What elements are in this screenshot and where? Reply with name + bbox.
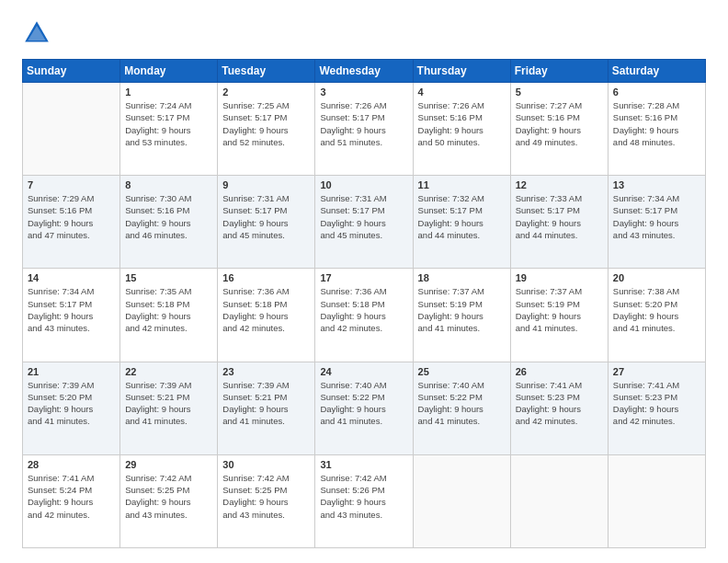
day-number: 12 — [516, 179, 603, 190]
calendar-cell: 22Sunrise: 7:39 AM Sunset: 5:21 PM Dayli… — [120, 362, 218, 454]
calendar-cell: 2Sunrise: 7:25 AM Sunset: 5:17 PM Daylig… — [218, 83, 315, 176]
day-info: Sunrise: 7:26 AM Sunset: 5:17 PM Dayligh… — [320, 99, 407, 148]
day-number: 29 — [125, 459, 212, 470]
calendar-cell: 26Sunrise: 7:41 AM Sunset: 5:23 PM Dayli… — [510, 362, 608, 454]
calendar-cell: 18Sunrise: 7:37 AM Sunset: 5:19 PM Dayli… — [413, 269, 510, 362]
calendar-cell — [510, 454, 608, 547]
calendar-cell: 27Sunrise: 7:41 AM Sunset: 5:23 PM Dayli… — [608, 362, 705, 454]
day-info: Sunrise: 7:32 AM Sunset: 5:17 PM Dayligh… — [418, 192, 506, 241]
calendar-header-thursday: Thursday — [413, 60, 510, 83]
calendar-cell — [608, 454, 705, 547]
calendar-week-3: 14Sunrise: 7:34 AM Sunset: 5:17 PM Dayli… — [23, 269, 706, 362]
day-info: Sunrise: 7:41 AM Sunset: 5:23 PM Dayligh… — [613, 379, 700, 428]
day-info: Sunrise: 7:26 AM Sunset: 5:16 PM Dayligh… — [418, 99, 506, 148]
day-number: 2 — [222, 86, 310, 98]
calendar-cell: 13Sunrise: 7:34 AM Sunset: 5:17 PM Dayli… — [608, 176, 705, 269]
day-number: 22 — [125, 366, 212, 377]
calendar-cell: 17Sunrise: 7:36 AM Sunset: 5:18 PM Dayli… — [315, 269, 413, 362]
day-number: 13 — [613, 179, 700, 190]
day-number: 27 — [613, 366, 700, 377]
day-number: 8 — [125, 179, 212, 190]
calendar-cell — [413, 454, 510, 547]
day-number: 26 — [516, 366, 603, 377]
day-info: Sunrise: 7:34 AM Sunset: 5:17 PM Dayligh… — [613, 192, 700, 241]
calendar-cell: 9Sunrise: 7:31 AM Sunset: 5:17 PM Daylig… — [218, 176, 315, 269]
day-info: Sunrise: 7:25 AM Sunset: 5:17 PM Dayligh… — [222, 99, 310, 148]
day-info: Sunrise: 7:41 AM Sunset: 5:24 PM Dayligh… — [28, 472, 115, 521]
day-info: Sunrise: 7:35 AM Sunset: 5:18 PM Dayligh… — [125, 285, 212, 334]
day-number: 20 — [613, 272, 700, 283]
calendar-cell: 15Sunrise: 7:35 AM Sunset: 5:18 PM Dayli… — [120, 269, 218, 362]
calendar-cell: 1Sunrise: 7:24 AM Sunset: 5:17 PM Daylig… — [120, 83, 218, 176]
day-number: 25 — [418, 366, 506, 377]
day-number: 14 — [28, 272, 115, 283]
calendar-cell: 21Sunrise: 7:39 AM Sunset: 5:20 PM Dayli… — [23, 362, 120, 454]
calendar-cell: 25Sunrise: 7:40 AM Sunset: 5:22 PM Dayli… — [413, 362, 510, 454]
calendar-header-monday: Monday — [120, 60, 218, 83]
calendar-cell: 23Sunrise: 7:39 AM Sunset: 5:21 PM Dayli… — [218, 362, 315, 454]
day-number: 1 — [125, 86, 212, 98]
day-info: Sunrise: 7:36 AM Sunset: 5:18 PM Dayligh… — [320, 285, 407, 334]
calendar-cell: 31Sunrise: 7:42 AM Sunset: 5:26 PM Dayli… — [315, 454, 413, 547]
calendar-cell: 7Sunrise: 7:29 AM Sunset: 5:16 PM Daylig… — [23, 176, 120, 269]
day-info: Sunrise: 7:39 AM Sunset: 5:20 PM Dayligh… — [28, 379, 115, 428]
calendar-header-sunday: Sunday — [23, 60, 120, 83]
day-info: Sunrise: 7:36 AM Sunset: 5:18 PM Dayligh… — [222, 285, 310, 334]
day-number: 15 — [125, 272, 212, 283]
calendar-week-4: 21Sunrise: 7:39 AM Sunset: 5:20 PM Dayli… — [23, 362, 706, 454]
day-number: 28 — [28, 459, 115, 470]
day-info: Sunrise: 7:27 AM Sunset: 5:16 PM Dayligh… — [516, 99, 603, 148]
calendar-header-row: SundayMondayTuesdayWednesdayThursdayFrid… — [23, 60, 706, 83]
day-info: Sunrise: 7:40 AM Sunset: 5:22 PM Dayligh… — [418, 379, 506, 428]
calendar-cell: 4Sunrise: 7:26 AM Sunset: 5:16 PM Daylig… — [413, 83, 510, 176]
day-number: 6 — [613, 86, 700, 98]
day-number: 23 — [222, 366, 310, 377]
header — [22, 18, 706, 48]
day-info: Sunrise: 7:37 AM Sunset: 5:19 PM Dayligh… — [418, 285, 506, 334]
day-number: 18 — [418, 272, 506, 283]
day-number: 11 — [418, 179, 506, 190]
day-number: 30 — [222, 459, 310, 470]
day-number: 24 — [320, 366, 407, 377]
day-number: 4 — [418, 86, 506, 98]
day-number: 10 — [320, 179, 407, 190]
day-number: 16 — [222, 272, 310, 283]
day-number: 9 — [222, 179, 310, 190]
calendar-cell: 30Sunrise: 7:42 AM Sunset: 5:25 PM Dayli… — [218, 454, 315, 547]
calendar-header-saturday: Saturday — [608, 60, 705, 83]
calendar-cell: 29Sunrise: 7:42 AM Sunset: 5:25 PM Dayli… — [120, 454, 218, 547]
day-number: 21 — [28, 366, 115, 377]
day-number: 3 — [320, 86, 407, 98]
page: SundayMondayTuesdayWednesdayThursdayFrid… — [0, 0, 728, 563]
day-info: Sunrise: 7:31 AM Sunset: 5:17 PM Dayligh… — [222, 192, 310, 241]
calendar-cell: 10Sunrise: 7:31 AM Sunset: 5:17 PM Dayli… — [315, 176, 413, 269]
calendar-header-wednesday: Wednesday — [315, 60, 413, 83]
logo-icon — [22, 18, 51, 48]
day-info: Sunrise: 7:39 AM Sunset: 5:21 PM Dayligh… — [222, 379, 310, 428]
day-info: Sunrise: 7:28 AM Sunset: 5:16 PM Dayligh… — [613, 99, 700, 148]
day-info: Sunrise: 7:42 AM Sunset: 5:25 PM Dayligh… — [222, 472, 310, 521]
calendar-header-friday: Friday — [510, 60, 608, 83]
day-info: Sunrise: 7:31 AM Sunset: 5:17 PM Dayligh… — [320, 192, 407, 241]
calendar-cell — [23, 83, 120, 176]
day-info: Sunrise: 7:37 AM Sunset: 5:19 PM Dayligh… — [516, 285, 603, 334]
day-number: 17 — [320, 272, 407, 283]
calendar-week-2: 7Sunrise: 7:29 AM Sunset: 5:16 PM Daylig… — [23, 176, 706, 269]
day-info: Sunrise: 7:29 AM Sunset: 5:16 PM Dayligh… — [28, 192, 115, 241]
calendar-cell: 24Sunrise: 7:40 AM Sunset: 5:22 PM Dayli… — [315, 362, 413, 454]
day-info: Sunrise: 7:24 AM Sunset: 5:17 PM Dayligh… — [125, 99, 212, 148]
calendar-cell: 16Sunrise: 7:36 AM Sunset: 5:18 PM Dayli… — [218, 269, 315, 362]
day-info: Sunrise: 7:39 AM Sunset: 5:21 PM Dayligh… — [125, 379, 212, 428]
calendar-week-5: 28Sunrise: 7:41 AM Sunset: 5:24 PM Dayli… — [23, 454, 706, 547]
calendar-cell: 20Sunrise: 7:38 AM Sunset: 5:20 PM Dayli… — [608, 269, 705, 362]
calendar-cell: 8Sunrise: 7:30 AM Sunset: 5:16 PM Daylig… — [120, 176, 218, 269]
day-info: Sunrise: 7:40 AM Sunset: 5:22 PM Dayligh… — [320, 379, 407, 428]
logo — [22, 18, 55, 48]
calendar-header-tuesday: Tuesday — [218, 60, 315, 83]
calendar-cell: 12Sunrise: 7:33 AM Sunset: 5:17 PM Dayli… — [510, 176, 608, 269]
day-info: Sunrise: 7:38 AM Sunset: 5:20 PM Dayligh… — [613, 285, 700, 334]
calendar-cell: 5Sunrise: 7:27 AM Sunset: 5:16 PM Daylig… — [510, 83, 608, 176]
day-info: Sunrise: 7:42 AM Sunset: 5:26 PM Dayligh… — [320, 472, 407, 521]
day-number: 19 — [516, 272, 603, 283]
calendar-cell: 14Sunrise: 7:34 AM Sunset: 5:17 PM Dayli… — [23, 269, 120, 362]
